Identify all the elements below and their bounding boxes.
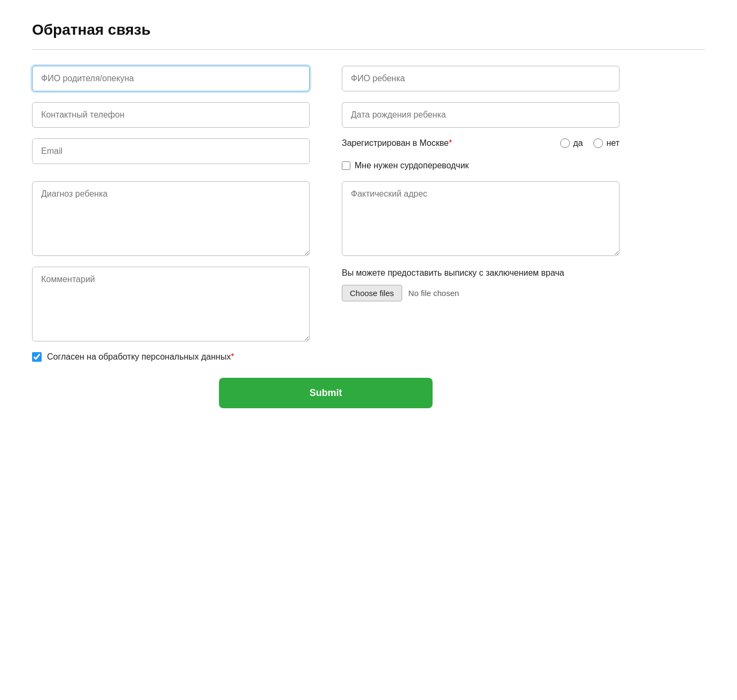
interpreter-label[interactable]: Мне нужен сурдопереводчик bbox=[355, 161, 469, 170]
consent-row: Согласен на обработку персональных данны… bbox=[32, 352, 620, 362]
phone-input[interactable] bbox=[32, 102, 310, 128]
submit-section: Submit bbox=[32, 378, 620, 408]
file-upload-section: Вы можете предоставить выписку с заключе… bbox=[342, 267, 620, 341]
consent-checkbox[interactable] bbox=[32, 352, 42, 362]
radio-options: да нет bbox=[560, 138, 620, 148]
form-grid: Зарегистрирован в Москве* да нет Мне нуж… bbox=[32, 66, 620, 341]
radio-yes-label: да bbox=[573, 138, 583, 148]
file-input-row: Choose files No file chosen bbox=[342, 285, 620, 301]
parent-name-input[interactable] bbox=[32, 66, 310, 91]
phone-field bbox=[32, 102, 310, 128]
divider bbox=[32, 49, 705, 50]
radio-no-input[interactable] bbox=[593, 138, 603, 148]
birth-date-input[interactable] bbox=[342, 102, 620, 128]
interpreter-checkbox[interactable] bbox=[342, 161, 350, 170]
submit-button[interactable]: Submit bbox=[219, 378, 433, 408]
comment-field bbox=[32, 267, 310, 341]
registered-label: Зарегистрирован в Москве* bbox=[342, 138, 554, 148]
comment-textarea[interactable] bbox=[32, 267, 310, 341]
address-textarea[interactable] bbox=[342, 181, 620, 256]
file-upload-description: Вы можете предоставить выписку с заключе… bbox=[342, 267, 620, 279]
radio-yes-input[interactable] bbox=[560, 138, 570, 148]
radio-yes-option[interactable]: да bbox=[560, 138, 583, 148]
registered-row: Зарегистрирован в Москве* да нет bbox=[342, 138, 620, 148]
parent-name-field bbox=[32, 66, 310, 91]
registered-required-star: * bbox=[449, 138, 452, 147]
child-name-input[interactable] bbox=[342, 66, 620, 91]
birth-date-field bbox=[342, 102, 620, 128]
email-field bbox=[32, 138, 310, 170]
consent-required-star: * bbox=[231, 352, 234, 361]
page-title: Обратная связь bbox=[32, 21, 705, 38]
no-file-text: No file chosen bbox=[409, 289, 459, 298]
feedback-form: Зарегистрирован в Москве* да нет Мне нуж… bbox=[32, 66, 705, 408]
child-name-field bbox=[342, 66, 620, 91]
consent-label[interactable]: Согласен на обработку персональных данны… bbox=[47, 352, 234, 362]
diagnosis-textarea[interactable] bbox=[32, 181, 310, 256]
radio-no-option[interactable]: нет bbox=[593, 138, 620, 148]
choose-files-button[interactable]: Choose files bbox=[342, 285, 402, 301]
registered-group: Зарегистрирован в Москве* да нет Мне нуж… bbox=[342, 138, 620, 170]
email-input[interactable] bbox=[32, 138, 310, 164]
diagnosis-field bbox=[32, 181, 310, 256]
radio-no-label: нет bbox=[606, 138, 620, 148]
address-field bbox=[342, 181, 620, 256]
interpreter-row: Мне нужен сурдопереводчик bbox=[342, 161, 620, 170]
